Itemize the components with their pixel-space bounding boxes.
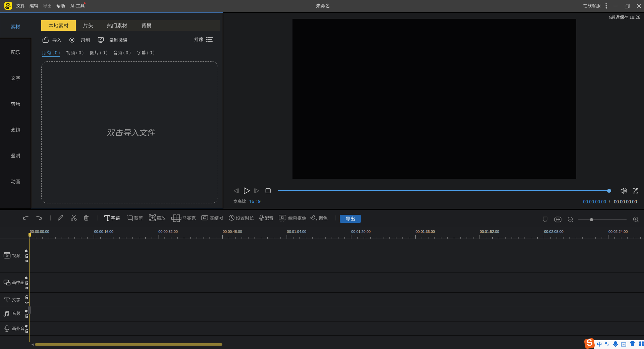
svg-text:00:00:00.00: 00:00:00.00: [30, 230, 49, 234]
svg-text:00:00:16.00: 00:00:16.00: [94, 230, 114, 234]
svg-text:00:01:52.00: 00:01:52.00: [480, 230, 499, 234]
svg-text:00:00:00.00: 00:00:00.00: [583, 199, 606, 204]
svg-text:00:00:48.00: 00:00:48.00: [223, 230, 242, 234]
svg-text:00:01:20.00: 00:01:20.00: [351, 230, 371, 234]
svg-text:16 : 9: 16 : 9: [249, 199, 261, 204]
svg-text:/: /: [609, 199, 610, 204]
svg-text:00:00:00.00: 00:00:00.00: [614, 199, 637, 204]
svg-text:00:00:32.00: 00:00:32.00: [158, 230, 178, 234]
svg-text:00:02:08.00: 00:02:08.00: [544, 230, 564, 234]
svg-text:00:02:24.00: 00:02:24.00: [608, 230, 628, 234]
svg-text:00:01:04.00: 00:01:04.00: [287, 230, 307, 234]
svg-text:00:01:36.00: 00:01:36.00: [416, 230, 435, 234]
